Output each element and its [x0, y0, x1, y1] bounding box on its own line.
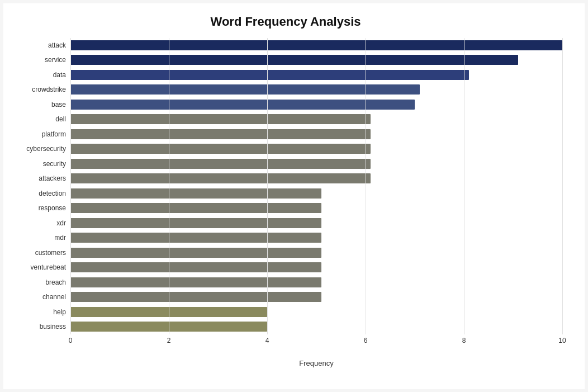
- bar-row: [70, 98, 562, 111]
- grid-line: [267, 38, 268, 334]
- bar-row: [70, 69, 562, 81]
- bar: [70, 218, 321, 228]
- x-tick: 8: [462, 337, 466, 344]
- bar-row: [70, 320, 562, 333]
- x-tick: 0: [69, 337, 73, 344]
- bar: [70, 203, 321, 213]
- bars-area: [70, 38, 562, 334]
- bar: [70, 277, 321, 287]
- y-label: detection: [39, 187, 66, 200]
- bar-row: [70, 217, 562, 229]
- x-axis: 0246810: [70, 337, 562, 348]
- bar-row: [70, 158, 562, 170]
- bar: [70, 114, 371, 124]
- bar: [70, 159, 371, 169]
- bar: [70, 129, 371, 139]
- y-label: breach: [45, 276, 66, 289]
- bar: [70, 248, 321, 258]
- bar-row: [70, 143, 562, 155]
- bar-row: [70, 187, 562, 200]
- x-tick: 10: [558, 337, 566, 344]
- bar: [70, 233, 321, 243]
- bar-row: [70, 128, 562, 140]
- grid-line: [366, 38, 366, 334]
- bar: [70, 292, 321, 302]
- bar-row: [70, 83, 562, 96]
- bar-row: [70, 261, 562, 273]
- y-label: service: [45, 54, 66, 66]
- y-axis: attackservicedatacrowdstrikebasedellplat…: [9, 38, 70, 334]
- y-label: channel: [42, 291, 66, 303]
- y-label: business: [40, 320, 66, 333]
- bar: [70, 70, 469, 80]
- y-label: response: [39, 202, 66, 214]
- y-label: base: [51, 98, 66, 111]
- bar-row: [70, 202, 562, 214]
- x-tick: 2: [167, 337, 171, 344]
- x-tick: 6: [364, 337, 368, 344]
- grid-line: [70, 38, 71, 334]
- bar-row: [70, 232, 562, 244]
- bar-row: [70, 172, 562, 185]
- grid-line: [464, 38, 464, 334]
- bar-row: [70, 306, 562, 318]
- bar: [70, 262, 321, 272]
- bar-row: [70, 291, 562, 303]
- bar: [70, 307, 267, 317]
- grid-line: [169, 38, 169, 334]
- bar: [70, 55, 518, 65]
- bar-row: [70, 39, 562, 51]
- y-label: dell: [55, 113, 66, 125]
- bar: [70, 40, 562, 50]
- bar: [70, 188, 321, 199]
- chart-area: attackservicedatacrowdstrikebasedellplat…: [9, 38, 562, 334]
- y-label: help: [53, 306, 66, 318]
- y-label: mdr: [54, 232, 66, 244]
- y-label: venturebeat: [31, 261, 66, 273]
- bar-row: [70, 247, 562, 259]
- bar: [70, 173, 371, 183]
- y-label: security: [43, 158, 66, 170]
- bar: [70, 144, 371, 154]
- y-label: data: [53, 69, 66, 81]
- x-tick: 4: [265, 337, 269, 344]
- bar-row: [70, 276, 562, 289]
- grid-lines: [70, 38, 562, 334]
- y-label: attackers: [39, 172, 66, 185]
- y-label: attack: [48, 39, 66, 51]
- chart-title: Word Frequency Analysis: [9, 15, 562, 29]
- y-label: crowdstrike: [32, 83, 66, 96]
- x-axis-label: Frequency: [70, 359, 562, 367]
- bar: [70, 100, 415, 110]
- bar-row: [70, 54, 562, 66]
- y-label: platform: [42, 128, 66, 140]
- bar: [70, 84, 420, 95]
- chart-container: Word Frequency Analysis attackservicedat…: [3, 3, 585, 389]
- y-label: xdr: [56, 217, 66, 229]
- bar-row: [70, 113, 562, 125]
- y-label: customers: [35, 247, 66, 259]
- grid-line: [562, 38, 563, 334]
- y-label: cybersecurity: [26, 143, 66, 155]
- bar: [70, 322, 267, 332]
